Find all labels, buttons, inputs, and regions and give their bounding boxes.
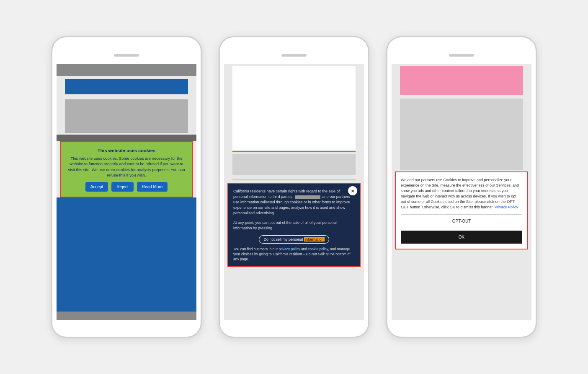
phones-container: This website uses cookies This website u… <box>34 19 554 355</box>
cookie-banner-text: This website uses cookies. Some cookies … <box>66 156 187 178</box>
cookie-banner-buttons: Accept Reject Read More <box>66 182 187 192</box>
p2-white-content <box>232 66 356 150</box>
cookie-policy-link[interactable]: cookie policy <box>308 247 328 251</box>
cookie-banner-green: This website uses cookies This website u… <box>60 141 193 197</box>
california-text-1: California residents have certain rights… <box>233 189 355 216</box>
p1-bottom-gray <box>57 312 196 320</box>
reject-button[interactable]: Reject <box>111 182 133 192</box>
p2-separator-line <box>232 179 356 179</box>
p1-gray-content <box>65 99 188 133</box>
p3-pink-content <box>400 66 523 95</box>
phone-1-screen: This website uses cookies This website u… <box>57 64 196 320</box>
california-cookie-panel: × California residents have certain righ… <box>227 183 361 267</box>
privacy-policy-link[interactable]: privacy policy <box>279 247 300 251</box>
blank-space <box>295 195 320 199</box>
california-text-2: At any point, you can opt out of the sal… <box>233 220 355 231</box>
opt-out-button[interactable]: OPT-OUT <box>401 214 522 228</box>
opt-out-text-before: Do not sell my personal <box>263 237 304 242</box>
partners-privacy-link[interactable]: Privacy Policy <box>495 205 518 209</box>
do-not-sell-button[interactable]: Do not sell my personal information <box>259 235 329 244</box>
phone-2: × California residents have certain righ… <box>219 36 369 338</box>
california-footer-text: You can find out more in our privacy pol… <box>233 247 355 262</box>
cookie-banner-title: This website uses cookies <box>66 148 187 153</box>
p1-blue-bar <box>65 79 188 94</box>
p1-bottom-blue <box>57 197 196 312</box>
p2-red-line <box>232 151 356 152</box>
p3-gray-content <box>400 99 523 170</box>
read-more-button[interactable]: Read More <box>137 182 168 192</box>
opt-out-highlight: information <box>304 237 325 242</box>
phone-1: This website uses cookies This website u… <box>51 36 202 338</box>
p2-gray-content <box>232 154 356 175</box>
california-close-button[interactable]: × <box>348 186 357 195</box>
accept-button[interactable]: Accept <box>85 182 108 192</box>
p1-top-gray-block <box>57 64 196 76</box>
partners-cookie-banner: We and our partners use Cookies to impro… <box>395 171 528 249</box>
phone-3: We and our partners use Cookies to impro… <box>386 36 537 338</box>
phone-3-screen: We and our partners use Cookies to impro… <box>392 64 531 320</box>
p1-dark-strip <box>57 135 196 141</box>
ok-button[interactable]: OK <box>401 231 522 244</box>
phone-2-screen: × California residents have certain righ… <box>224 64 364 320</box>
partners-banner-text: We and our partners use Cookies to impro… <box>401 177 522 210</box>
